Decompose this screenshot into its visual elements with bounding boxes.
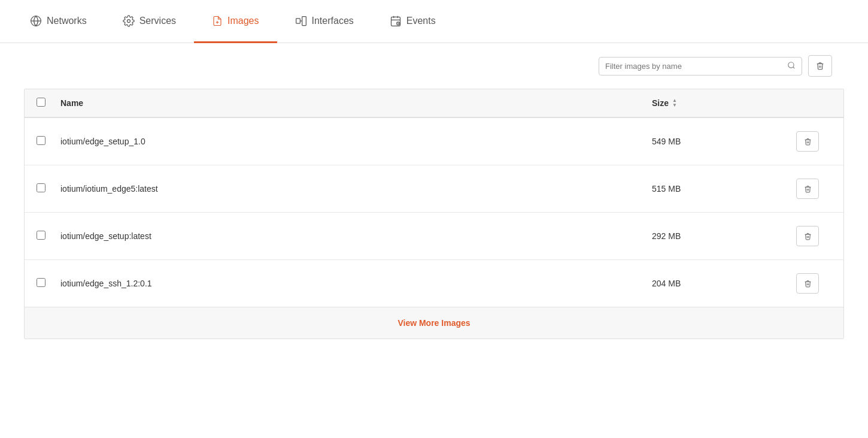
tab-images[interactable]: Images: [194, 1, 277, 43]
tab-events-label: Events: [406, 16, 436, 26]
select-all-checkbox[interactable]: [37, 98, 45, 107]
services-icon: [123, 15, 135, 27]
events-icon: [390, 15, 402, 27]
row-size-0: 549 MB: [652, 137, 784, 146]
column-header-size: Size ▲ ▼: [652, 98, 784, 108]
tab-interfaces-label: Interfaces: [312, 16, 354, 26]
sort-arrows-icon[interactable]: ▲ ▼: [672, 98, 677, 108]
row-action-0: [784, 131, 831, 152]
view-more-section: View More Images: [25, 307, 843, 339]
toolbar: [24, 55, 844, 77]
row-action-1: [784, 179, 831, 199]
search-box[interactable]: [599, 57, 802, 75]
images-icon: [212, 15, 223, 27]
row-size-1: 515 MB: [652, 184, 784, 194]
svg-rect-6: [302, 17, 306, 26]
table-body: iotium/edge_setup_1.0 549 MB: [25, 118, 843, 307]
svg-rect-5: [296, 19, 300, 23]
row-checkbox-0[interactable]: [37, 136, 45, 145]
row-size-3: 204 MB: [652, 279, 784, 288]
main-content: Name Size ▲ ▼ iotium/edge_setup_1.0: [0, 43, 868, 351]
svg-point-2: [127, 20, 130, 23]
table-row: iotium/edge_ssh_1.2:0.1 204 MB: [25, 260, 843, 307]
header-checkbox-col: [37, 98, 60, 108]
row-action-3: [784, 273, 831, 294]
svg-line-14: [793, 67, 795, 68]
interfaces-icon: [295, 15, 307, 27]
row-name-3: iotium/edge_ssh_1.2:0.1: [60, 279, 652, 288]
table-row: iotium/edge_setup:latest 292 MB: [25, 213, 843, 260]
row-name-2: iotium/edge_setup:latest: [60, 231, 652, 241]
row-checkbox-2[interactable]: [37, 231, 45, 240]
search-input[interactable]: [605, 62, 787, 71]
row-action-2: [784, 226, 831, 246]
tab-events[interactable]: Events: [372, 1, 454, 43]
delete-row-button-0[interactable]: [796, 131, 819, 152]
delete-all-button[interactable]: [808, 55, 832, 77]
view-more-link[interactable]: View More Images: [397, 318, 470, 328]
row-size-2: 292 MB: [652, 231, 784, 241]
tab-interfaces[interactable]: Interfaces: [277, 1, 372, 43]
images-table: Name Size ▲ ▼ iotium/edge_setup_1.0: [24, 89, 844, 339]
tab-services[interactable]: Services: [105, 1, 194, 43]
delete-row-button-2[interactable]: [796, 226, 819, 246]
search-icon[interactable]: [787, 61, 796, 71]
table-header: Name Size ▲ ▼: [25, 89, 843, 118]
table-row: iotium/edge_setup_1.0 549 MB: [25, 118, 843, 165]
row-name-0: iotium/edge_setup_1.0: [60, 137, 652, 146]
tab-images-label: Images: [227, 16, 259, 26]
networks-icon: [30, 15, 42, 27]
column-header-name: Name: [60, 98, 652, 108]
row-checkbox-1[interactable]: [37, 183, 45, 192]
tab-networks[interactable]: Networks: [12, 1, 105, 43]
tab-bar: Networks Services Images: [0, 0, 868, 43]
row-name-1: iotium/iotium_edge5:latest: [60, 184, 652, 194]
row-checkbox-3[interactable]: [37, 278, 45, 287]
svg-point-13: [788, 62, 794, 67]
tab-networks-label: Networks: [47, 16, 87, 26]
table-row: iotium/iotium_edge5:latest 515 MB: [25, 165, 843, 213]
delete-row-button-3[interactable]: [796, 273, 819, 294]
delete-row-button-1[interactable]: [796, 179, 819, 199]
tab-services-label: Services: [139, 16, 176, 26]
